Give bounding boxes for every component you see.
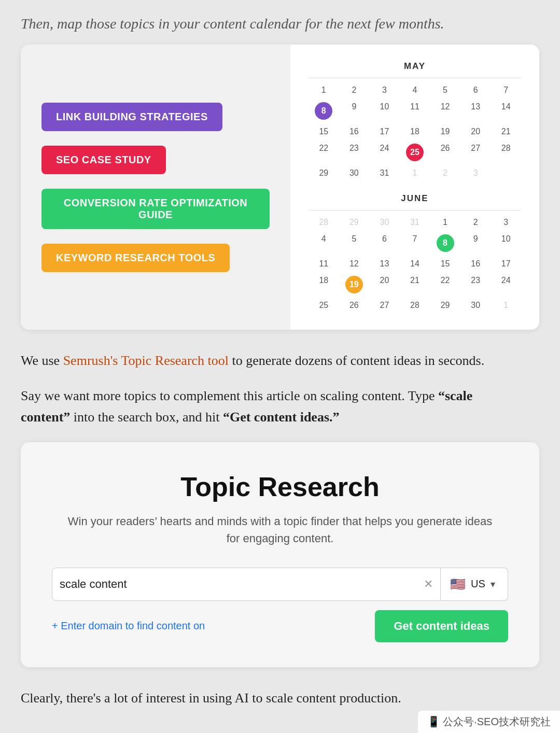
cal-day: 9 (461, 231, 491, 255)
cal-day: 31 (400, 215, 430, 230)
tag-keyword-tools[interactable]: KEYWORD RESEARCH TOOLS (41, 244, 230, 272)
cal-day: 2 (430, 165, 460, 181)
tag-seo-case-study[interactable]: SEO CASE STUDY (41, 146, 166, 174)
semrush-link[interactable]: Semrush's Topic Research tool (63, 353, 229, 368)
june-grid: 2829303112345678910111213141516171819202… (309, 215, 521, 313)
cal-day: 11 (309, 256, 339, 272)
cal-day: 17 (491, 256, 521, 272)
cal-day: 22 (309, 140, 339, 164)
cal-day: 1 (491, 298, 521, 313)
search-input[interactable] (60, 568, 424, 600)
domain-row: + Enter domain to find content on Get co… (52, 610, 508, 642)
cal-day: 7 (400, 231, 430, 255)
cal-day: 29 (309, 165, 339, 181)
cal-day: 1 (309, 82, 339, 98)
cal-day: 18 (309, 273, 339, 297)
cal-day: 24 (491, 273, 521, 297)
cal-day: 22 (430, 273, 460, 297)
cal-day: 2 (340, 82, 369, 98)
cal-day: 13 (370, 256, 399, 272)
cal-day: 29 (430, 298, 460, 313)
cal-day: 31 (370, 165, 399, 181)
tag-cro-guide[interactable]: CONVERSION RATE OPTIMIZATION GUIDE (41, 189, 270, 229)
wechat-watermark: 📱 公众号·SEO技术研究社 (418, 711, 560, 733)
cal-day: 28 (400, 298, 430, 313)
cal-day: 3 (370, 82, 399, 98)
cal-day: 8 (430, 231, 460, 255)
cal-day: 25 (309, 298, 339, 313)
cal-day: 26 (430, 140, 460, 164)
cal-day: 3 (461, 165, 491, 181)
search-input-wrap[interactable]: ✕ (52, 568, 441, 601)
bold-cta: “Get content ideas.” (223, 410, 340, 425)
cal-day: 11 (400, 99, 430, 123)
calendar-card: LINK BUILDING STRATEGIESSEO CASE STUDYCO… (21, 45, 539, 330)
cal-day: 14 (400, 256, 430, 272)
tag-link-building[interactable]: LINK BUILDING STRATEGIES (41, 103, 222, 131)
cal-day: 6 (461, 82, 491, 98)
cal-day: 17 (370, 124, 399, 139)
june-calendar: JUNE 28293031123456789101112131415161718… (309, 193, 521, 313)
topic-research-card: Topic Research Win your readers’ hearts … (21, 442, 539, 667)
cal-day: 18 (400, 124, 430, 139)
bold-paragraph: Say we want more topics to complement th… (21, 386, 539, 428)
may-calendar: MAY 123456789101112131415161718192021222… (309, 61, 521, 181)
cal-day: 25 (400, 140, 430, 164)
research-title: Topic Research (52, 471, 508, 502)
may-grid: 1234567891011121314151617181920212223242… (309, 82, 521, 181)
cal-day: 30 (370, 215, 399, 230)
cal-day: 15 (430, 256, 460, 272)
cal-day: 8 (309, 99, 339, 123)
cal-day: 5 (430, 82, 460, 98)
cal-day: 19 (340, 273, 369, 297)
bold-suffix: into the search box, and hit (70, 410, 223, 425)
top-paragraph: Then, map those topics in your content c… (21, 0, 539, 45)
cal-day: 12 (340, 256, 369, 272)
cal-day: 5 (340, 231, 369, 255)
chevron-down-icon: ▾ (491, 579, 495, 590)
cal-day: 3 (491, 215, 521, 230)
may-title: MAY (309, 61, 521, 72)
cal-day: 13 (461, 99, 491, 123)
cal-day: 19 (430, 124, 460, 139)
cal-day: 2 (461, 215, 491, 230)
cal-day: 15 (309, 124, 339, 139)
cal-day: 16 (461, 256, 491, 272)
cal-day: 7 (491, 82, 521, 98)
cal-day: 28 (491, 140, 521, 164)
bold-content: content” (21, 410, 70, 425)
locale-select[interactable]: 🇺🇸 US ▾ (441, 568, 508, 601)
search-row: ✕ 🇺🇸 US ▾ (52, 568, 508, 601)
cal-day: 16 (340, 124, 369, 139)
cal-day: 23 (340, 140, 369, 164)
bold-prefix: Say we want more topics to complement th… (21, 388, 438, 403)
locale-label: US (471, 578, 485, 590)
cal-day: 29 (340, 215, 369, 230)
flag-icon: 🇺🇸 (450, 577, 466, 591)
cal-day: 4 (400, 82, 430, 98)
cal-day: 26 (340, 298, 369, 313)
cal-day: 27 (370, 298, 399, 313)
domain-link[interactable]: + Enter domain to find content on (52, 620, 205, 632)
cal-day: 30 (461, 298, 491, 313)
cal-day: 27 (461, 140, 491, 164)
cal-day: 20 (461, 124, 491, 139)
calendar-panel: MAY 123456789101112131415161718192021222… (290, 45, 539, 330)
cal-day: 30 (340, 165, 369, 181)
june-title: JUNE (309, 193, 521, 204)
tags-panel: LINK BUILDING STRATEGIESSEO CASE STUDYCO… (21, 45, 290, 330)
cal-day: 20 (370, 273, 399, 297)
cal-day: 21 (400, 273, 430, 297)
cal-day: 12 (430, 99, 460, 123)
cal-day: 1 (400, 165, 430, 181)
cal-day: 9 (340, 99, 369, 123)
cal-day: 4 (309, 231, 339, 255)
clear-icon[interactable]: ✕ (424, 577, 433, 591)
cal-day: 6 (370, 231, 399, 255)
cal-day: 21 (491, 124, 521, 139)
cal-day: 28 (309, 215, 339, 230)
cal-day: 24 (370, 140, 399, 164)
get-ideas-button[interactable]: Get content ideas (375, 610, 508, 642)
cal-day: 1 (430, 215, 460, 230)
cal-day: 10 (370, 99, 399, 123)
